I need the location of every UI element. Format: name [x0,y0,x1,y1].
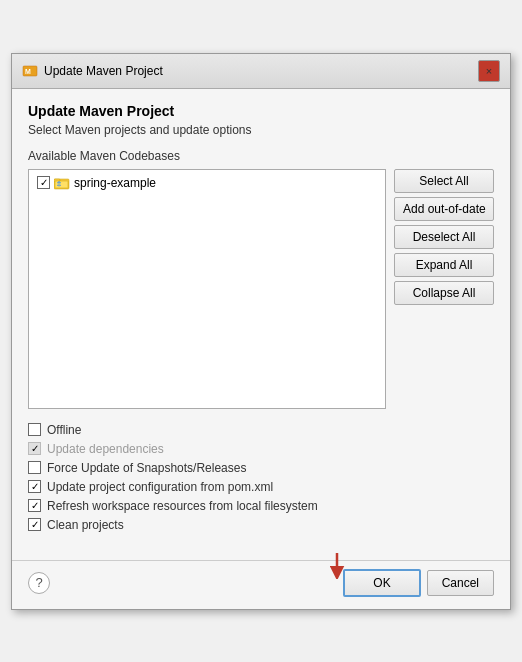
deselect-all-button[interactable]: Deselect All [394,225,494,249]
side-buttons: Select All Add out-of-date Deselect All … [394,169,494,409]
dialog-body: Update Maven Project Select Maven projec… [12,89,510,560]
expand-all-button[interactable]: Expand All [394,253,494,277]
update-maven-dialog: M Update Maven Project × Update Maven Pr… [11,53,511,610]
refresh-workspace-checkbox[interactable] [28,499,41,512]
option-clean-projects: Clean projects [28,518,494,532]
update-config-label: Update project configuration from pom.xm… [47,480,273,494]
help-button[interactable]: ? [28,572,50,594]
ok-button[interactable]: OK [343,569,420,597]
clean-projects-checkbox[interactable] [28,518,41,531]
tree-item-label: spring-example [74,176,156,190]
maven-icon: M [22,63,38,79]
tree-item-spring-example[interactable]: spring-example [33,174,381,192]
force-update-label: Force Update of Snapshots/Releases [47,461,246,475]
collapse-all-button[interactable]: Collapse All [394,281,494,305]
dialog-subtitle: Select Maven projects and update options [28,123,494,137]
option-update-dependencies: Update dependencies [28,442,494,456]
tree-item-checkbox[interactable] [37,176,50,189]
update-dependencies-label: Update dependencies [47,442,164,456]
option-force-update: Force Update of Snapshots/Releases [28,461,494,475]
options-section: Offline Update dependencies Force Update… [28,423,494,532]
update-dependencies-checkbox [28,442,41,455]
dialog-title: Update Maven Project [28,103,494,119]
option-update-config: Update project configuration from pom.xm… [28,480,494,494]
select-all-button[interactable]: Select All [394,169,494,193]
option-offline: Offline [28,423,494,437]
dialog-footer: ? OK Cancel [12,560,510,609]
svg-text:M: M [25,68,31,75]
close-button[interactable]: × [478,60,500,82]
folder-icon [54,176,70,190]
force-update-checkbox[interactable] [28,461,41,474]
offline-checkbox[interactable] [28,423,41,436]
add-out-of-date-button[interactable]: Add out-of-date [394,197,494,221]
title-bar: M Update Maven Project × [12,54,510,89]
refresh-workspace-label: Refresh workspace resources from local f… [47,499,318,513]
section-label: Available Maven Codebases [28,149,494,163]
footer-right: OK Cancel [337,569,494,597]
update-config-checkbox[interactable] [28,480,41,493]
svg-rect-4 [55,181,68,188]
title-bar-left: M Update Maven Project [22,63,163,79]
tree-panel[interactable]: spring-example [28,169,386,409]
content-area: spring-example Select All Add out-of-dat… [28,169,494,409]
option-refresh-workspace: Refresh workspace resources from local f… [28,499,494,513]
title-bar-text: Update Maven Project [44,64,163,78]
offline-label: Offline [47,423,81,437]
clean-projects-label: Clean projects [47,518,124,532]
cancel-button[interactable]: Cancel [427,570,494,596]
